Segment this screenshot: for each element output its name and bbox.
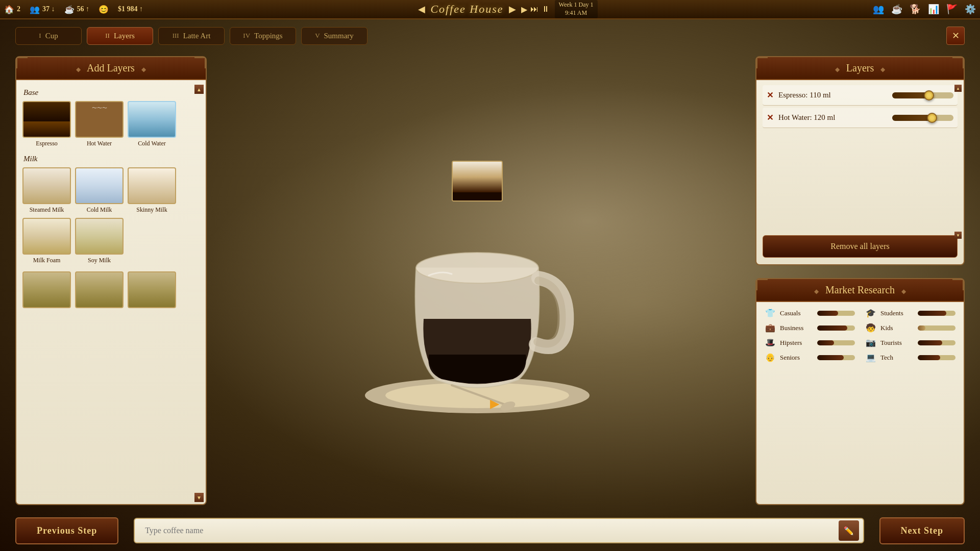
layers-scroll-content[interactable]: Base Espresso Hot Water Cold Water Milk … xyxy=(16,80,206,502)
time-display: Week 1 Day 1 9:41 AM xyxy=(555,0,598,18)
play-controls: ▶ ⏭ ⏸ xyxy=(521,5,550,14)
espresso-slider[interactable] xyxy=(892,92,953,98)
tab-cup[interactable]: I Cup xyxy=(15,27,82,45)
coffee-name-input[interactable] xyxy=(134,518,864,543)
layer-item-skinny-milk[interactable]: Skinny Milk xyxy=(128,167,176,214)
category-milk: Milk xyxy=(23,155,200,163)
stat-people-value: 37 ↓ xyxy=(42,5,55,13)
market-row-kids: 🧒 Kids xyxy=(865,323,955,333)
soy-milk-label: Soy Milk xyxy=(75,257,124,264)
market-research-title: Market Research xyxy=(825,284,895,295)
seniors-bar-track xyxy=(817,355,855,360)
layer-item-more-1[interactable] xyxy=(22,271,71,308)
settings-icon[interactable]: ⚙️ xyxy=(965,4,976,15)
hot-water-slider[interactable] xyxy=(892,115,953,121)
tab-layers-label: Layers xyxy=(114,32,135,40)
layer-item-more-3[interactable] xyxy=(128,271,176,308)
business-bar-track xyxy=(817,325,855,331)
market-content: 👕 Casuals 🎓 Students 💼 Business 🧒 Kids xyxy=(756,302,964,368)
scroll-down-button[interactable]: ▼ xyxy=(194,493,204,502)
remove-hot-water-button[interactable]: ✕ xyxy=(767,113,773,122)
topbar: 🏠 2 👥 37 ↓ ☕ 56 ↑ 😊 $1 984 ↑ ◀ Coffee Ho… xyxy=(0,0,980,19)
steamed-milk-thumbnail xyxy=(22,167,71,204)
add-layers-header: Add Layers xyxy=(16,57,206,80)
layer-item-hot-water[interactable]: Hot Water xyxy=(75,101,124,147)
next-nav-arrow[interactable]: ▶ xyxy=(509,4,516,15)
layer-item-steamed-milk[interactable]: Steamed Milk xyxy=(22,167,71,214)
layer-item-more-2[interactable] xyxy=(75,271,124,308)
hot-water-slider-thumb xyxy=(927,113,937,123)
layer-item-cold-milk[interactable]: Cold Milk xyxy=(75,167,124,214)
hot-water-label: Hot Water xyxy=(75,140,124,147)
chart-icon[interactable]: 📊 xyxy=(928,4,939,15)
layer-item-soy-milk[interactable]: Soy Milk xyxy=(75,218,124,264)
tab-cup-num: I xyxy=(39,32,41,40)
steamed-milk-label: Steamed Milk xyxy=(22,206,71,214)
tab-latte-num: III xyxy=(173,32,179,40)
pets-icon[interactable]: 🐕 xyxy=(910,4,921,15)
more-1-thumbnail xyxy=(22,271,71,308)
kids-icon: 🧒 xyxy=(865,323,876,333)
tab-latte-art[interactable]: III Latte Art xyxy=(158,27,225,45)
home-icon: 🏠 xyxy=(4,5,14,14)
seniors-icon: 👴 xyxy=(765,353,776,362)
tab-toppings[interactable]: IV Toppings xyxy=(230,27,296,45)
students-bar xyxy=(918,311,946,316)
layer-item-espresso[interactable]: Espresso xyxy=(22,101,71,147)
pause-button[interactable]: ⏸ xyxy=(542,5,550,14)
layer-item-cold-water[interactable]: Cold Water xyxy=(128,101,176,147)
cursor-indicator: ▶ xyxy=(490,396,499,411)
casuals-icon: 👕 xyxy=(765,308,776,318)
scroll-up-button[interactable]: ▲ xyxy=(194,85,204,94)
cold-water-thumbnail xyxy=(128,101,176,138)
fast-forward-button[interactable]: ⏭ xyxy=(530,5,538,14)
play-button[interactable]: ▶ xyxy=(521,5,527,14)
kids-bar xyxy=(918,325,925,331)
kids-label: Kids xyxy=(880,324,914,332)
flag-icon[interactable]: 🚩 xyxy=(946,4,958,15)
stat-people: 👥 37 ↓ xyxy=(30,5,55,14)
tech-icon: 💻 xyxy=(865,353,876,362)
espresso-slider-thumb xyxy=(924,90,934,101)
tourists-label: Tourists xyxy=(880,339,914,347)
tab-summary-label: Summary xyxy=(324,32,354,40)
edit-name-button[interactable]: ✏️ xyxy=(839,520,859,541)
layer-item-milk-foam[interactable]: Milk Foam xyxy=(22,218,71,264)
customers-icon[interactable]: 👥 xyxy=(873,4,884,15)
tab-summary-num: V xyxy=(315,32,320,40)
students-bar-track xyxy=(918,311,955,316)
students-icon: 🎓 xyxy=(865,308,876,318)
layers-list: ✕ Espresso: 110 ml ✕ Hot Water: 120 ml xyxy=(756,80,964,231)
next-step-button[interactable]: Next Step xyxy=(879,517,965,544)
skinny-milk-label: Skinny Milk xyxy=(128,206,176,214)
remove-all-layers-button[interactable]: Remove all layers xyxy=(763,235,958,258)
layers-scroll-down[interactable]: ▼ xyxy=(954,232,962,239)
close-button[interactable]: ✕ xyxy=(946,27,965,45)
tech-bar-track xyxy=(918,355,955,360)
hipsters-icon: 🎩 xyxy=(765,338,776,347)
topbar-stats: 🏠 2 👥 37 ↓ ☕ 56 ↑ 😊 $1 984 ↑ xyxy=(4,5,143,14)
tab-cup-label: Cup xyxy=(45,32,58,40)
coffee-menu-icon[interactable]: ☕ xyxy=(891,4,902,15)
stat-homes: 🏠 2 xyxy=(4,5,20,14)
market-row-seniors: 👴 Seniors xyxy=(765,353,855,362)
previous-step-button[interactable]: Previous Step xyxy=(15,517,118,544)
bottom-bar: Previous Step ✏️ Next Step xyxy=(0,510,980,551)
people-icon: 👥 xyxy=(30,5,40,14)
mood-icon: 😊 xyxy=(99,5,109,14)
prev-nav-arrow[interactable]: ◀ xyxy=(418,4,425,15)
milk-foam-thumbnail xyxy=(22,218,71,255)
hipsters-bar xyxy=(817,340,834,345)
layers-scroll-up[interactable]: ▲ xyxy=(954,85,962,92)
tab-layers[interactable]: II Layers xyxy=(87,27,153,45)
tab-summary[interactable]: V Summary xyxy=(301,27,368,45)
tab-toppings-label: Toppings xyxy=(254,32,283,40)
market-row-students: 🎓 Students xyxy=(865,308,955,318)
stat-money: $1 984 ↑ xyxy=(118,5,143,13)
coffee-name-container: ✏️ xyxy=(134,518,864,543)
casuals-label: Casuals xyxy=(780,309,813,317)
casuals-bar xyxy=(817,311,838,316)
casuals-bar-track xyxy=(817,311,855,316)
remove-espresso-button[interactable]: ✕ xyxy=(767,90,773,100)
tourists-icon: 📷 xyxy=(865,338,876,347)
